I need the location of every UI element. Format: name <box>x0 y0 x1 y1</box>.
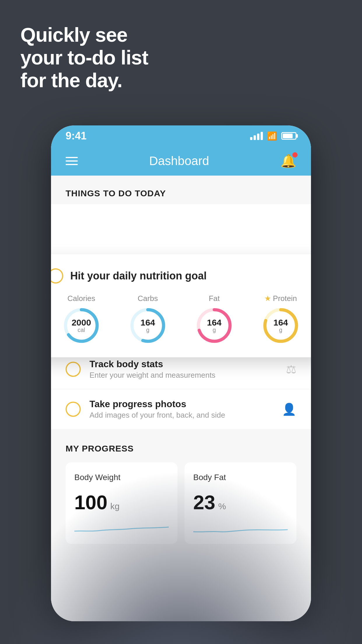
nutrition-checkbox[interactable] <box>51 268 63 284</box>
ring-container: 164 g <box>129 307 167 344</box>
bell-icon[interactable]: 🔔 <box>280 153 296 169</box>
sparkline <box>193 519 288 537</box>
progress-card-value: 23 % <box>193 491 288 514</box>
star-icon: ★ <box>264 294 271 303</box>
ring-container: 2000 cal <box>62 307 100 344</box>
progress-card-body-fat[interactable]: Body Fat 23 % <box>184 462 296 544</box>
todo-icon-photos: 👤 <box>282 402 296 416</box>
notification-dot <box>292 152 298 158</box>
ring-value: 164 <box>207 318 222 327</box>
nutrition-card-title: Hit your daily nutrition goal <box>70 270 207 282</box>
signal-icon <box>250 132 263 140</box>
ring-text: 164 g <box>273 318 288 333</box>
progress-card-title: Body Weight <box>74 473 169 482</box>
todo-circle-body-stats <box>66 362 81 377</box>
progress-heading: MY PROGRESS <box>66 444 134 453</box>
todo-text-body-stats: Track body stats Enter your weight and m… <box>89 359 277 380</box>
phone-content: THINGS TO DO TODAY Hit your daily nutrit… <box>51 176 311 621</box>
ring-text: 164 g <box>140 318 155 333</box>
ring-item-fat: Fat 164 g <box>195 294 233 344</box>
todo-subtitle-photos: Add images of your front, back, and side <box>89 411 273 420</box>
ring-value: 164 <box>273 318 288 327</box>
todo-subtitle-body-stats: Enter your weight and measurements <box>89 371 277 380</box>
progress-card-value: 100 kg <box>74 491 169 514</box>
ring-value: 2000 <box>72 318 91 327</box>
todo-title-body-stats: Track body stats <box>89 359 277 370</box>
app-header: Dashboard 🔔 <box>51 146 311 176</box>
todo-item-photos[interactable]: Take progress photos Add images of your … <box>51 389 311 429</box>
hero-line3: for the day. <box>20 69 148 92</box>
status-time: 9:41 <box>66 130 87 142</box>
card-header: Hit your daily nutrition goal <box>51 268 311 284</box>
ring-label-protein: ★Protein <box>264 294 297 303</box>
wifi-icon: 📶 <box>267 131 277 141</box>
ring-unit: g <box>273 327 288 333</box>
ring-item-carbs: Carbs 164 g <box>129 294 167 344</box>
progress-cards: Body Weight 100 kg Body Fat 23 % <box>66 462 296 544</box>
progress-card-body-weight[interactable]: Body Weight 100 kg <box>66 462 178 544</box>
todo-title-photos: Take progress photos <box>89 399 273 410</box>
ring-label: Calories <box>67 294 95 303</box>
nutrition-rings: Calories 2000 cal Carbs 164 g Fat <box>51 294 311 344</box>
progress-number: 23 <box>193 491 215 514</box>
todo-text-photos: Take progress photos Add images of your … <box>89 399 273 420</box>
ring-unit: cal <box>72 327 91 333</box>
status-bar: 9:41 📶 <box>51 125 311 146</box>
nutrition-card[interactable]: Hit your daily nutrition goal Calories 2… <box>51 254 311 357</box>
ring-item-calories: Calories 2000 cal <box>62 294 100 344</box>
ring-text: 2000 cal <box>72 318 91 333</box>
battery-icon <box>281 132 296 140</box>
ring-item-protein: ★Protein 164 g <box>262 294 300 344</box>
things-section: THINGS TO DO TODAY <box>51 176 311 204</box>
progress-card-title: Body Fat <box>193 473 288 482</box>
ring-label: Fat <box>209 294 220 303</box>
todo-icon-body-stats: ⚖ <box>286 363 296 376</box>
hero-text: Quickly see your to-do list for the day. <box>20 23 148 92</box>
ring-unit: g <box>207 327 222 333</box>
ring-value: 164 <box>140 318 155 327</box>
ring-label: Carbs <box>138 294 158 303</box>
progress-number: 100 <box>74 491 107 514</box>
ring-container: 164 g <box>262 307 300 344</box>
hamburger-icon[interactable] <box>66 157 78 165</box>
progress-unit: kg <box>110 501 120 511</box>
hero-line1: Quickly see <box>20 23 148 46</box>
header-title: Dashboard <box>149 154 209 168</box>
sparkline <box>74 519 169 537</box>
ring-text: 164 g <box>207 318 222 333</box>
ring-unit: g <box>140 327 155 333</box>
progress-section: MY PROGRESS Body Weight 100 kg Body Fat … <box>51 429 311 553</box>
ring-container: 164 g <box>195 307 233 344</box>
phone-frame: 9:41 📶 Dashboard 🔔 <box>51 125 311 621</box>
things-heading: THINGS TO DO TODAY <box>66 188 166 198</box>
progress-unit: % <box>218 501 226 511</box>
status-icons: 📶 <box>250 131 296 141</box>
todo-circle-photos <box>66 402 81 417</box>
hero-line2: your to-do list <box>20 46 148 69</box>
phone-content-inner: THINGS TO DO TODAY Hit your daily nutrit… <box>51 176 311 553</box>
